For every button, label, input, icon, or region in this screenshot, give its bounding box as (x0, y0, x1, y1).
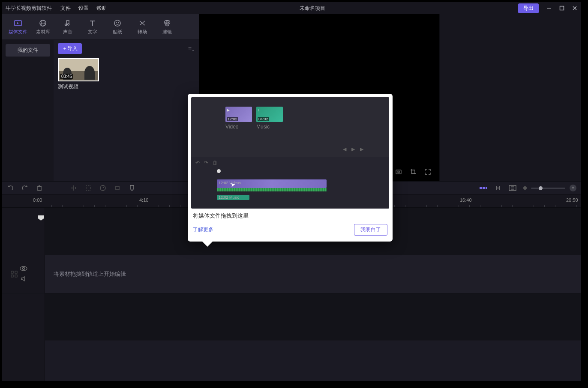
zoom-thumb[interactable] (539, 186, 543, 190)
track-audio[interactable] (45, 293, 581, 340)
media-thumb-name: 测试视频 (58, 83, 99, 90)
popover-demo-image: ▶12:02 Video ♪04:02 Music ◀▶▶ ↶↷🗑 12:02 … (191, 97, 389, 209)
text-icon (88, 19, 97, 27)
popover-message: 将媒体文件拖拽到这里 (191, 209, 389, 220)
mute-icon[interactable] (20, 275, 27, 282)
track-head-overlay (2, 208, 45, 255)
tab-audio[interactable]: 声音 (55, 19, 80, 35)
crop-tool-icon[interactable] (84, 184, 92, 192)
zoom-track[interactable] (531, 188, 565, 189)
clip-mode-icon[interactable] (480, 184, 487, 192)
fullscreen-icon[interactable] (424, 168, 432, 176)
sticker-icon (113, 19, 122, 27)
media-main: ＋导入 ≡↓ 03:45 测试视频 (54, 40, 199, 181)
svg-line-30 (103, 187, 104, 188)
tab-transition[interactable]: 转场 (130, 19, 155, 35)
magnet-icon[interactable] (494, 184, 502, 192)
menu-settings[interactable]: 设置 (78, 5, 89, 12)
filter-icon (163, 19, 171, 27)
track-main[interactable]: 将素材拖拽到轨道上开始编辑 (45, 255, 581, 293)
tab-sticker[interactable]: 贴纸 (105, 19, 130, 35)
track-grid-icon[interactable] (11, 271, 18, 278)
ruler-tick: 20:50 (566, 197, 578, 203)
svg-rect-28 (86, 186, 90, 190)
close-icon[interactable] (572, 6, 577, 11)
tab-library-label: 素材库 (36, 29, 50, 35)
track-drop-hint: 将素材拖拽到轨道上开始编辑 (54, 270, 126, 278)
speed-icon[interactable] (99, 184, 107, 192)
track-head-audio (2, 293, 45, 340)
media-icon (14, 19, 22, 27)
zoom-out-icon[interactable] (523, 186, 527, 190)
tab-filter[interactable]: 滤镜 (155, 19, 180, 35)
export-button[interactable]: 导出 (518, 3, 539, 13)
svg-rect-34 (486, 187, 487, 189)
demo-play-controls: ◀▶▶ (343, 146, 363, 152)
split-icon[interactable] (70, 184, 78, 192)
svg-rect-20 (396, 170, 401, 174)
zoom-in-icon[interactable]: + (570, 185, 576, 191)
tool-tabs: 媒体文件 素材库 声音 文字 贴纸 (2, 14, 199, 40)
svg-point-14 (114, 20, 120, 26)
svg-rect-32 (480, 187, 482, 189)
marker-icon[interactable] (128, 184, 136, 192)
zoom-slider[interactable]: + (523, 185, 576, 191)
project-title: 未命名项目 (107, 5, 518, 12)
snapshot-icon[interactable] (395, 168, 402, 176)
ruler-tick: 16:40 (460, 197, 472, 203)
svg-rect-44 (11, 275, 13, 277)
app-name: 牛学长视频剪辑软件 (6, 5, 52, 12)
music-icon (63, 19, 72, 27)
crop-icon[interactable] (409, 168, 417, 176)
popover-arrow (202, 242, 213, 247)
ok-button[interactable]: 我明白了 (354, 224, 387, 236)
globe-icon (39, 19, 47, 27)
transition-icon (138, 19, 147, 27)
maximize-icon[interactable] (559, 6, 564, 11)
media-thumb-duration: 03:45 (60, 74, 73, 79)
menu-help[interactable]: 帮助 (96, 5, 107, 12)
undo-icon[interactable] (6, 184, 14, 192)
learn-more-link[interactable]: 了解更多 (193, 226, 213, 233)
visibility-icon[interactable] (20, 266, 27, 271)
delete-icon[interactable] (36, 184, 43, 192)
svg-rect-1 (560, 6, 564, 10)
media-panel: 我的文件 ＋导入 ≡↓ 03:45 测试视频 (2, 40, 199, 181)
tab-media-label: 媒体文件 (9, 29, 27, 35)
svg-point-16 (118, 22, 119, 23)
tab-text[interactable]: 文字 (80, 19, 105, 35)
tab-media[interactable]: 媒体文件 (6, 19, 30, 35)
svg-rect-22 (38, 187, 41, 191)
rotate-icon[interactable] (114, 184, 121, 192)
sidebar-item-myfiles[interactable]: 我的文件 (6, 44, 50, 57)
media-thumb[interactable]: 03:45 测试视频 (58, 58, 99, 90)
svg-rect-31 (116, 186, 119, 190)
window-controls: 导出 (518, 3, 577, 13)
onboarding-popover: ▶12:02 Video ♪04:02 Music ◀▶▶ ↶↷🗑 12:02 … (188, 94, 393, 242)
demo-music-clip: ♪04:02 Music (256, 107, 283, 130)
tab-text-label: 文字 (88, 29, 97, 35)
playhead[interactable] (41, 208, 41, 381)
menu-file[interactable]: 文件 (60, 5, 71, 12)
svg-rect-45 (15, 275, 17, 277)
svg-point-9 (65, 24, 67, 26)
tab-transition-label: 转场 (138, 29, 147, 35)
ruler-tick: 4:10 (139, 197, 148, 203)
svg-point-10 (68, 24, 69, 25)
media-thumb-image: 03:45 (58, 58, 99, 81)
svg-point-46 (20, 266, 27, 271)
import-button[interactable]: ＋导入 (58, 43, 82, 54)
tab-audio-label: 声音 (63, 29, 72, 35)
sort-icon[interactable]: ≡↓ (188, 45, 195, 52)
svg-rect-33 (483, 187, 485, 189)
minimize-icon[interactable] (546, 6, 552, 11)
svg-point-21 (398, 171, 399, 173)
fit-icon[interactable] (509, 184, 516, 192)
svg-point-15 (116, 22, 117, 23)
tab-sticker-label: 贴纸 (113, 29, 122, 35)
svg-point-47 (22, 268, 24, 270)
svg-rect-43 (15, 271, 17, 273)
svg-rect-42 (11, 271, 13, 273)
tab-library[interactable]: 素材库 (30, 19, 55, 35)
redo-icon[interactable] (21, 184, 29, 192)
